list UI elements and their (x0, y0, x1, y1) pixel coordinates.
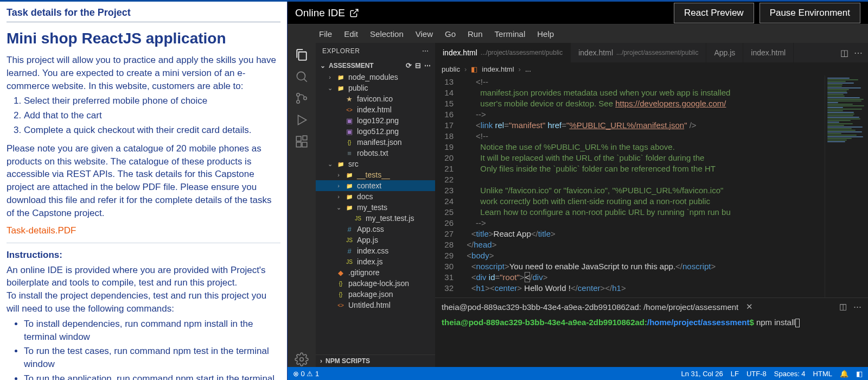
tree-item[interactable]: <>Untitled.html (316, 300, 435, 311)
menu-file[interactable]: File (319, 29, 332, 39)
tree-item[interactable]: #App.css (316, 224, 435, 235)
status-problems[interactable]: ⊗ 0 ⚠ 1 (293, 370, 319, 378)
tree-item[interactable]: #index.css (316, 245, 435, 256)
code-editor[interactable]: 13 14 15 16 17 18 19 20 21 22 23 24 25 2… (435, 75, 868, 297)
status-encoding[interactable]: UTF-8 (746, 370, 767, 378)
breadcrumb[interactable]: public› ◧index.html› ... (435, 62, 868, 75)
split-editor-icon[interactable]: ◫ (840, 48, 848, 58)
svg-rect-7 (296, 136, 301, 141)
editor-tab[interactable]: index.html (743, 43, 794, 62)
explorer-sidebar: EXPLORER ⋯ ⌄ ASSESSMENT ⟳ ⊟ ⋯ ›📁node_mod… (316, 43, 435, 367)
split-terminal-icon[interactable]: ◫ (839, 302, 847, 312)
bell-icon[interactable]: 🔔 (840, 370, 848, 378)
terminal-body[interactable]: theia@pod-889ac329-b3bb-43e4-a9ea-2db991… (435, 315, 868, 367)
ide-panel: Online IDE React Preview Pause Environme… (288, 2, 868, 380)
tree-item[interactable]: ▣logo192.png (316, 115, 435, 126)
svg-rect-10 (303, 136, 307, 140)
menu-selection[interactable]: Selection (370, 29, 404, 39)
svg-marker-6 (298, 115, 307, 124)
status-bar: ⊗ 0 ⚠ 1 Ln 31, Col 26 LF UTF-8 Spaces: 4… (288, 367, 868, 380)
tree-item[interactable]: ›📁docs (316, 191, 435, 202)
status-language[interactable]: HTML (813, 370, 832, 378)
tree-item[interactable]: JSApp.js (316, 235, 435, 245)
minimap[interactable] (825, 75, 868, 297)
chevron-down-icon[interactable]: ⌄ (320, 62, 326, 69)
menu-go[interactable]: Go (445, 29, 456, 39)
more-icon[interactable]: ⋯ (422, 47, 429, 55)
tree-item[interactable]: ⌄📁my_tests (316, 202, 435, 213)
tree-item[interactable]: JSindex.js (316, 256, 435, 267)
close-icon[interactable]: ✕ (746, 302, 753, 312)
react-preview-button[interactable]: React Preview (674, 3, 754, 23)
svg-line-0 (353, 9, 358, 14)
tree-item[interactable]: ⌄📁public (316, 83, 435, 93)
svg-rect-8 (296, 142, 301, 147)
status-eol[interactable]: LF (731, 370, 739, 378)
more-icon[interactable]: ⋯ (854, 48, 863, 58)
npm-scripts-label: NPM SCRIPTS (326, 357, 370, 365)
source-control-icon[interactable] (294, 91, 309, 106)
tree-item[interactable]: ◆.gitignore (316, 267, 435, 278)
menu-view[interactable]: View (416, 29, 433, 39)
editor-tab[interactable]: index.html.../project/assessment/public (571, 43, 706, 62)
search-icon[interactable] (294, 69, 309, 84)
debug-icon[interactable] (294, 112, 309, 128)
status-cursor-position[interactable]: Ln 31, Col 26 (681, 370, 723, 378)
collapse-icon[interactable]: ⊟ (415, 61, 421, 69)
pause-environment-button[interactable]: Pause Environment (760, 3, 860, 23)
settings-gear-icon[interactable] (294, 352, 309, 367)
svg-point-11 (300, 358, 304, 362)
svg-point-4 (297, 100, 299, 103)
svg-point-3 (297, 93, 299, 96)
menu-terminal[interactable]: Terminal (495, 29, 526, 39)
tree-item[interactable]: {}manifest.json (316, 137, 435, 148)
tree-item[interactable]: ›📁__tests__ (316, 169, 435, 180)
explorer-icon[interactable] (294, 47, 309, 62)
svg-point-5 (304, 97, 307, 99)
tree-item[interactable]: {}package.json (316, 289, 435, 300)
instructions-text: An online IDE is provided where you are … (7, 264, 280, 380)
explorer-title: EXPLORER (322, 47, 360, 55)
tree-item[interactable]: ≡robots.txt (316, 148, 435, 159)
task-header: Task details for the Project (7, 7, 280, 22)
terminal-panel: theia@pod-889ac329-b3bb-43e4-a9ea-2db991… (435, 297, 868, 367)
more-icon[interactable]: ⋯ (853, 302, 861, 312)
project-note: Please note you are given a catalogue of… (7, 142, 280, 220)
task-details-panel: Task details for the Project Mini shop R… (0, 2, 288, 380)
tree-item[interactable]: ⌄📁src (316, 159, 435, 169)
chevron-right-icon[interactable]: › (320, 357, 322, 365)
top-bar: Online IDE React Preview Pause Environme… (288, 2, 868, 24)
layout-icon[interactable]: ◧ (856, 370, 863, 378)
editor-tab[interactable]: App.js (706, 43, 743, 62)
tree-item[interactable]: {}package-lock.json (316, 278, 435, 289)
svg-line-2 (304, 79, 307, 81)
menu-bar: FileEditSelectionViewGoRunTerminalHelp (288, 24, 868, 43)
more-icon[interactable]: ⋯ (424, 62, 431, 69)
project-title: Mini shop ReactJS application (7, 30, 280, 47)
editor-tabs: index.html.../project/assessment/publici… (435, 43, 868, 62)
tree-item[interactable]: ★favicon.ico (316, 93, 435, 104)
tree-item[interactable]: ▣logo512.png (316, 126, 435, 137)
activity-bar (288, 43, 316, 367)
refresh-icon[interactable]: ⟳ (406, 61, 412, 69)
tree-item[interactable]: JSmy_test.test.js (316, 213, 435, 224)
project-intro: This project will allow you to practice … (7, 54, 280, 137)
tree-item[interactable]: ›📁node_modules (316, 72, 435, 83)
status-spaces[interactable]: Spaces: 4 (774, 370, 806, 378)
external-link-icon[interactable] (349, 8, 359, 18)
svg-point-1 (297, 72, 305, 80)
editor-area: index.html.../project/assessment/publici… (435, 43, 868, 367)
project-section-label: ASSESSMENT (329, 62, 374, 69)
tree-item[interactable]: <>index.html (316, 104, 435, 115)
menu-edit[interactable]: Edit (344, 29, 358, 39)
task-pdf-link[interactable]: Task-details.PDF (7, 225, 280, 236)
menu-help[interactable]: Help (537, 29, 554, 39)
svg-rect-9 (302, 142, 307, 147)
terminal-tab[interactable]: theia@pod-889ac329-b3bb-43e4-a9ea-2db991… (442, 302, 738, 312)
tree-item[interactable]: ›📁context (316, 180, 435, 191)
ide-title: Online IDE (295, 7, 359, 19)
extensions-icon[interactable] (294, 134, 309, 149)
editor-tab[interactable]: index.html.../project/assessment/public (435, 43, 571, 62)
menu-run[interactable]: Run (468, 29, 483, 39)
instructions-heading: Instructions: (7, 250, 280, 261)
